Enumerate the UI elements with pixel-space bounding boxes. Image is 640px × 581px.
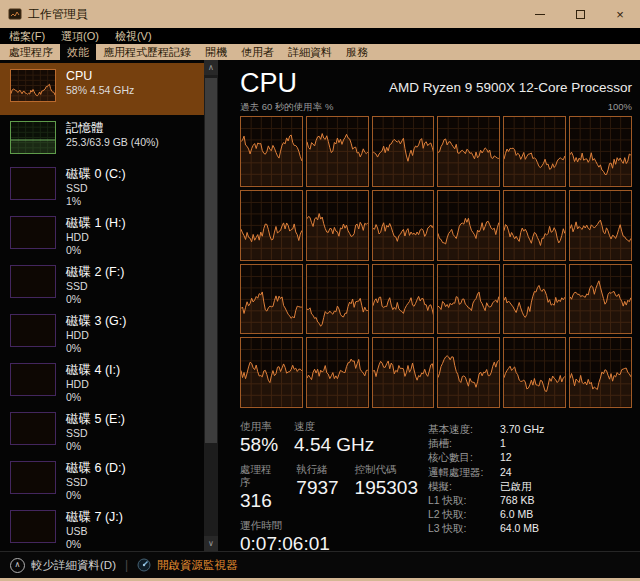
- task-manager-window: 工作管理員 × 檔案(F)選項(O)檢視(V) 處理程序效能應用程式歷程記錄開機…: [0, 0, 640, 581]
- sidebar-item-text: 磁碟 6 (D:) SSD 0%: [66, 461, 126, 502]
- core-usage-graph-3: [437, 116, 500, 187]
- sidebar-item-line3: 1%: [66, 195, 126, 208]
- maximize-icon: [576, 10, 585, 19]
- sidebar-item-disk-0[interactable]: 磁碟 0 (C:) SSD 1%: [0, 161, 204, 210]
- core-usage-graph-8: [372, 190, 435, 261]
- stat-detail-value: 已啟用: [500, 479, 532, 493]
- menu-item[interactable]: 檢視(V): [115, 29, 160, 44]
- open-resource-monitor-link[interactable]: 開啟資源監視器: [137, 558, 238, 573]
- sidebar-item-text: 記憶體 25.3/63.9 GB (40%): [66, 121, 159, 149]
- sidebar-item-line2: 25.3/63.9 GB (40%): [66, 136, 159, 149]
- stat-detail-row: 模擬: 已啟用: [428, 479, 544, 493]
- core-usage-graph-10: [503, 190, 566, 261]
- sidebar-item-title: 磁碟 4 (I:): [66, 363, 120, 378]
- per-core-usage-grid: [240, 116, 632, 408]
- cpu-stats-primary: 使用率 58% 速度 4.54 GHz 處理程序 316 執行緒 7937 控制…: [240, 420, 418, 562]
- tab-詳細資料[interactable]: 詳細資料: [281, 44, 339, 60]
- sidebar-item-text: 磁碟 5 (E:) SSD 0%: [66, 412, 125, 453]
- graph-axis-labels: 過去 60 秒的使用率 % 100%: [240, 101, 632, 114]
- tab-開機[interactable]: 開機: [198, 44, 234, 60]
- less-details-button[interactable]: ∧ 較少詳細資料(D): [10, 558, 116, 573]
- tab-使用者[interactable]: 使用者: [234, 44, 281, 60]
- sidebar-item-title: CPU: [66, 69, 134, 84]
- sidebar-scrollbar[interactable]: ∧ ∨: [204, 60, 218, 551]
- sidebar-item-line2: HDD: [66, 231, 126, 244]
- stat-row: 使用率 58% 速度 4.54 GHz: [240, 420, 418, 457]
- core-usage-graph-7: [306, 190, 369, 261]
- core-usage-graph-1: [306, 116, 369, 187]
- stat-detail-value: 1: [500, 436, 506, 450]
- sidebar-item-line2: HDD: [66, 378, 120, 391]
- stat-detail-label: 邏輯處理器:: [428, 465, 500, 479]
- sidebar-item-memory[interactable]: 記憶體 25.3/63.9 GB (40%): [0, 115, 204, 161]
- stat-detail-value: 24: [500, 465, 512, 479]
- stat-label: 使用率: [240, 420, 278, 433]
- tab-bar: 處理程序效能應用程式歷程記錄開機使用者詳細資料服務: [0, 44, 640, 60]
- stat-value: 195303: [355, 476, 418, 500]
- sidebar-thumbnail: [10, 461, 56, 494]
- content-area: CPU 58% 4.54 GHz 記憶體 25.3/63.9 GB (40%) …: [0, 60, 640, 551]
- sidebar-item-line3: 0%: [66, 538, 123, 551]
- sidebar-thumbnail: [10, 510, 56, 543]
- sidebar-item-disk-7[interactable]: 磁碟 7 (J:) USB 0%: [0, 504, 204, 551]
- sidebar-item-title: 磁碟 5 (E:): [66, 412, 125, 427]
- window-title: 工作管理員: [28, 6, 88, 23]
- core-usage-graph-0: [240, 116, 303, 187]
- tab-處理程序[interactable]: 處理程序: [2, 44, 60, 60]
- minimize-button[interactable]: [520, 0, 560, 28]
- maximize-button[interactable]: [560, 0, 600, 28]
- sidebar-item-text: 磁碟 1 (H:) HDD 0%: [66, 216, 126, 257]
- stat: 執行緒 7937: [296, 463, 338, 513]
- minimize-icon: [535, 14, 545, 15]
- sidebar-thumbnail: [10, 314, 56, 347]
- sidebar-item-disk-4[interactable]: 磁碟 4 (I:) HDD 0%: [0, 357, 204, 406]
- sidebar-item-title: 磁碟 6 (D:): [66, 461, 126, 476]
- stat-detail-label: 模擬:: [428, 479, 500, 493]
- stat-detail-label: L2 快取:: [428, 507, 500, 521]
- stat-detail-row: L2 快取: 6.0 MB: [428, 507, 544, 521]
- scroll-down-button[interactable]: ∨: [204, 536, 218, 551]
- core-usage-graph-2: [372, 116, 435, 187]
- sidebar-item-line2: SSD: [66, 476, 126, 489]
- tab-服務[interactable]: 服務: [339, 44, 375, 60]
- stat-detail-row: 邏輯處理器: 24: [428, 465, 544, 479]
- stat-detail-label: 核心數目:: [428, 450, 500, 464]
- core-usage-graph-16: [503, 264, 566, 335]
- sidebar-item-line3: 0%: [66, 244, 126, 257]
- menu-item[interactable]: 選項(O): [61, 29, 107, 44]
- stat-label: 控制代碼: [355, 463, 418, 476]
- menu-item[interactable]: 檔案(F): [9, 29, 53, 44]
- scroll-up-button[interactable]: ∧: [204, 60, 218, 75]
- cpu-stats: 使用率 58% 速度 4.54 GHz 處理程序 316 執行緒 7937 控制…: [240, 420, 632, 562]
- sidebar-item-line3: 0%: [66, 293, 124, 306]
- stat-detail-row: 核心數目: 12: [428, 450, 544, 464]
- core-usage-graph-22: [503, 337, 566, 408]
- sidebar-item-text: 磁碟 3 (G:) HDD 0%: [66, 314, 126, 355]
- sidebar-item-disk-1[interactable]: 磁碟 1 (H:) HDD 0%: [0, 210, 204, 259]
- close-icon: ×: [616, 8, 624, 21]
- scrollbar-thumb[interactable]: [205, 78, 217, 443]
- sidebar-item-disk-2[interactable]: 磁碟 2 (F:) SSD 0%: [0, 259, 204, 308]
- core-usage-graph-15: [437, 264, 500, 335]
- core-usage-graph-23: [569, 337, 632, 408]
- cpu-panel: CPU AMD Ryzen 9 5900X 12-Core Processor …: [218, 60, 640, 551]
- performance-sidebar: CPU 58% 4.54 GHz 記憶體 25.3/63.9 GB (40%) …: [0, 60, 204, 551]
- stat-label: 運作時間: [240, 519, 330, 532]
- stat: 速度 4.54 GHz: [294, 420, 374, 457]
- core-usage-graph-4: [503, 116, 566, 187]
- core-usage-graph-6: [240, 190, 303, 261]
- close-button[interactable]: ×: [600, 0, 640, 28]
- sidebar-item-disk-3[interactable]: 磁碟 3 (G:) HDD 0%: [0, 308, 204, 357]
- stat-value: 7937: [296, 476, 338, 500]
- core-usage-graph-5: [569, 116, 632, 187]
- sidebar-thumbnail: [10, 167, 56, 200]
- stat-detail-value: 3.70 GHz: [500, 422, 544, 436]
- sidebar-item-cpu[interactable]: CPU 58% 4.54 GHz: [0, 63, 204, 115]
- stat-label: 執行緒: [296, 463, 338, 476]
- tab-應用程式歷程記錄[interactable]: 應用程式歷程記錄: [96, 44, 198, 60]
- sidebar-item-disk-5[interactable]: 磁碟 5 (E:) SSD 0%: [0, 406, 204, 455]
- stat: 控制代碼 195303: [355, 463, 418, 513]
- sidebar-item-disk-6[interactable]: 磁碟 6 (D:) SSD 0%: [0, 455, 204, 504]
- resource-monitor-icon: [137, 558, 151, 572]
- tab-效能[interactable]: 效能: [60, 44, 96, 60]
